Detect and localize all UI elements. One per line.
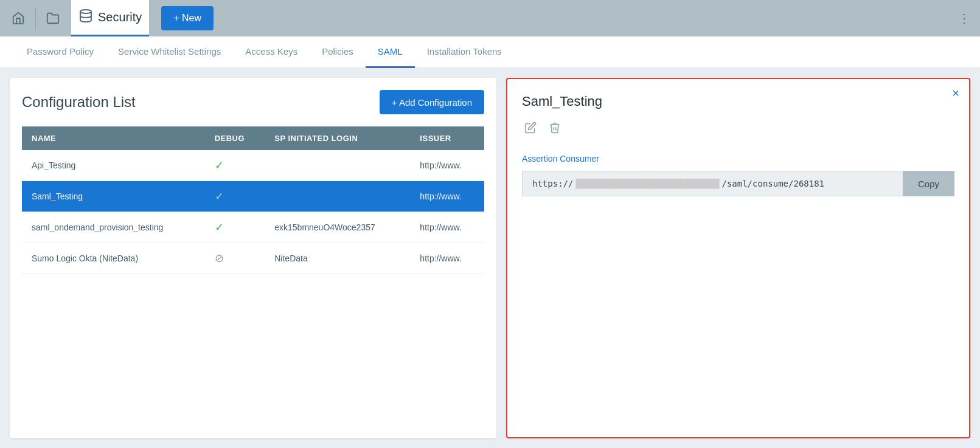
col-sp-login: SP INITIATED LOGIN [265,126,410,150]
tab-access-keys[interactable]: Access Keys [233,36,310,68]
cell-sp-login: NiteData [265,243,410,274]
tab-service-whitelist[interactable]: Service Whitelist Settings [106,36,233,68]
close-button[interactable]: × [952,86,959,100]
divider [35,7,36,29]
url-suffix: /saml/consume/268181 [721,179,824,188]
cell-debug: ✓ [205,181,265,212]
col-issuer: ISSUER [410,126,484,150]
cell-sp-login [265,150,410,181]
cell-debug: ⊘ [205,243,265,274]
url-field-row: https://████████████████████████████/sam… [522,171,954,196]
right-panel: × Saml_Testing Assertion Consumer [506,78,970,438]
tab-policies[interactable]: Policies [310,36,366,68]
col-name: NAME [22,126,205,150]
table-row[interactable]: Saml_Testing✓http://www. [22,181,484,212]
cell-name: Sumo Logic Okta (NiteData) [22,243,205,274]
edit-button[interactable] [522,119,539,139]
tab-bar: Password Policy Service Whitelist Settin… [0,36,980,68]
table-row[interactable]: Sumo Logic Okta (NiteData)⊘NiteDatahttp:… [22,243,484,274]
tab-saml[interactable]: SAML [366,36,415,68]
section-label: Assertion Consumer [522,154,954,164]
cell-issuer: http://www. [410,150,484,181]
cell-issuer: http://www. [410,212,484,243]
new-button[interactable]: + New [161,6,214,30]
detail-title: Saml_Testing [522,94,954,109]
add-configuration-button[interactable]: + Add Configuration [380,90,484,114]
url-prefix: https:// [532,179,573,188]
block-icon: ⊘ [215,252,224,264]
home-button[interactable] [5,5,32,32]
more-menu-icon[interactable]: ⋮ [953,6,975,30]
cell-issuer: http://www. [410,243,484,274]
tab-installation-tokens[interactable]: Installation Tokens [415,36,514,68]
cell-debug: ✓ [205,150,265,181]
title-section: Security [71,0,149,36]
cell-name: Api_Testing [22,150,205,181]
page-title: Security [98,10,142,24]
left-panel: Configuration List + Add Configuration N… [10,78,496,438]
cell-sp-login: exk15bmneuO4Woce2357 [265,212,410,243]
action-icons [522,119,954,139]
cell-issuer: http://www. [410,181,484,212]
db-icon [78,9,93,27]
cell-name: Saml_Testing [22,181,205,212]
main-content: Configuration List + Add Configuration N… [0,68,980,448]
files-button[interactable] [40,5,66,32]
cell-sp-login [265,181,410,212]
copy-button[interactable]: Copy [903,171,954,196]
col-debug: DEBUG [205,126,265,150]
url-display: https://████████████████████████████/sam… [522,171,903,196]
check-icon: ✓ [215,221,224,233]
panel-title: Configuration List [22,94,136,111]
table-row[interactable]: saml_ondemand_provision_testing✓exk15bmn… [22,212,484,243]
cell-debug: ✓ [205,212,265,243]
svg-point-0 [80,10,91,13]
table-header-row: NAME DEBUG SP INITIATED LOGIN ISSUER [22,126,484,150]
check-icon: ✓ [215,190,224,202]
panel-header: Configuration List + Add Configuration [22,90,484,114]
configuration-table: NAME DEBUG SP INITIATED LOGIN ISSUER Api… [22,126,484,274]
delete-button[interactable] [546,119,563,139]
check-icon: ✓ [215,159,224,171]
tab-password-policy[interactable]: Password Policy [15,36,106,68]
table-row[interactable]: Api_Testing✓http://www. [22,150,484,181]
top-bar: Security + New ⋮ [0,0,980,36]
cell-name: saml_ondemand_provision_testing [22,212,205,243]
